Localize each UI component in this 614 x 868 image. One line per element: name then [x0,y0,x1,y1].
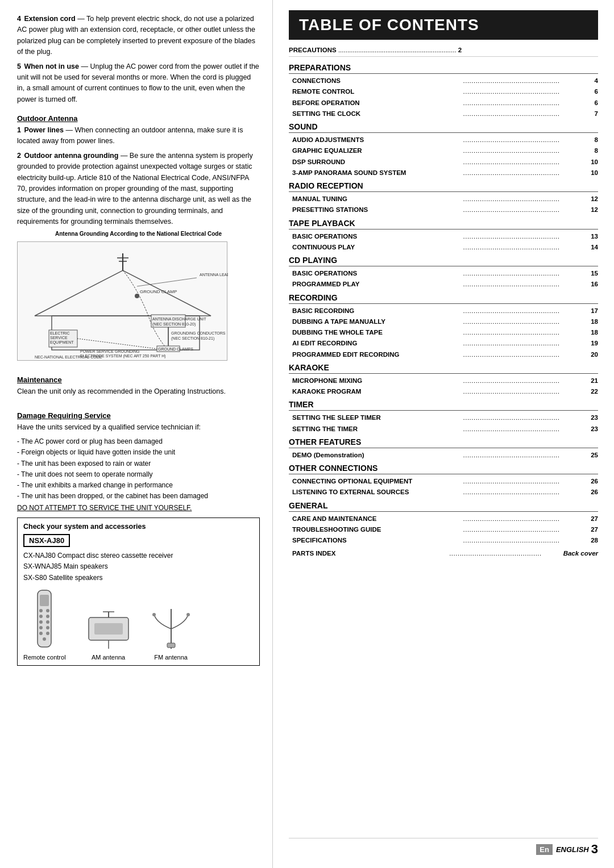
svg-point-37 [43,637,46,641]
acc-item-3: SX-S80 Satellite speakers [23,573,254,583]
toc-entry-3-0: BASIC OPERATIONS........................… [289,231,598,242]
entry-label: SETTING THE CLOCK [292,109,438,119]
precautions-label: PRECAUTIONS [289,47,337,53]
parts-index-label: PARTS INDEX [292,549,428,558]
toc-section-title-7: TIMER [289,400,598,411]
entry-label: MANUAL TUNING [292,194,438,204]
svg-point-32 [46,620,49,624]
svg-point-33 [39,626,43,629]
entry-dots: ........................................… [438,168,584,178]
item-4-num: 4 [17,15,21,23]
entry-page: 8 [584,146,598,156]
entry-dots: ........................................… [438,76,584,86]
entry-page: 10 [584,157,598,167]
toc-section-0: PREPARATIONSCONNECTIONS.................… [289,63,598,119]
entry-dots: ........................................… [438,317,584,327]
svg-point-31 [39,620,43,624]
toc-entry-9-1: LISTENING TO EXTERNAL SOURCES...........… [289,487,598,498]
outdoor-antenna-heading: Outdoor Antenna [17,114,260,123]
outdoor-item-2: 2 Outdoor antenna grounding — Be sure th… [17,151,260,228]
entry-page: 13 [584,232,598,241]
fm-antenna-svg [151,606,191,652]
entry-label: MICROPHONE MIXING [292,376,438,386]
entry-label: LISTENING TO EXTERNAL SOURCES [292,487,438,497]
toc-title: TABLE OF CONTENTS [289,10,598,40]
parts-index-dots: ........................................… [428,549,563,558]
parts-index-section: PARTS INDEX ............................… [289,548,598,559]
damage-item-5: - The unit exhibits a marked change in p… [17,480,260,491]
entry-dots: ........................................… [438,194,584,204]
entry-dots: ........................................… [438,269,584,278]
entry-page: 20 [584,350,598,360]
toc-section-title-5: RECORDING [289,293,598,304]
toc-section-title-4: CD PLAYING [289,256,598,266]
entry-dots: ........................................… [438,87,584,97]
item-5: 5 When not in use — Unplug the AC power … [17,61,260,106]
remote-svg [33,589,56,652]
svg-point-5 [135,294,139,298]
remote-label: Remote control [23,654,66,661]
toc-section-10: GENERALCARE AND MAINTENANCE.............… [289,501,598,546]
toc-section-7: TIMERSETTING THE SLEEP TIMER............… [289,400,598,435]
parts-index-page: Back cover [563,549,598,558]
entry-label: TROUBLESHOOTING GUIDE [292,525,438,535]
damage-list: - The AC power cord or plug has been dam… [17,436,260,502]
toc-section-title-10: GENERAL [289,501,598,512]
entry-dots: ........................................… [438,135,584,145]
precautions-page: 2 [458,47,462,53]
toc-entry-7-1: SETTING THE TIMER.......................… [289,424,598,435]
damage-item-3: - The unit has been exposed to rain or w… [17,458,260,469]
toc-entry-10-2: SPECIFICATIONS..........................… [289,535,598,546]
entry-dots: ........................................… [438,514,584,524]
svg-rect-46 [167,643,175,648]
entry-label: SETTING THE TIMER [292,424,438,434]
damage-section: Damage Requiring Service Have the units … [17,406,260,512]
entry-page: 16 [584,279,598,289]
toc-entry-2-0: MANUAL TUNING...........................… [289,194,598,205]
entry-page: 26 [584,477,598,486]
am-antenna-item: AM antenna [83,606,134,661]
toc-entry-5-4: PROGRAMMED EDIT RECORDING...............… [289,349,598,360]
entry-page: 19 [584,339,598,348]
svg-point-36 [46,632,49,635]
outdoor-2-title: Outdoor antenna grounding [24,152,118,160]
am-antenna-label: AM antenna [92,654,125,661]
entry-dots: ........................................… [438,424,584,434]
toc-section-title-2: RADIO RECEPTION [289,181,598,192]
entry-label: CONNECTIONS [292,76,438,86]
entry-label: CARE AND MAINTENANCE [292,514,438,524]
toc-entry-0-0: CONNECTIONS.............................… [289,76,598,86]
toc-section-8: OTHER FEATURESDEMO (Demonstration)......… [289,437,598,461]
svg-text:GROUNDING CONDUCTORS: GROUNDING CONDUCTORS [171,331,226,335]
english-text: ENGLISH [556,845,589,854]
entry-page: 18 [584,317,598,327]
accessories-heading: Check your system and accessories [23,523,254,531]
toc-section-title-9: OTHER CONNECTIONS [289,464,598,474]
entry-label: AI EDIT RECORDING [292,339,438,348]
page-number: 3 [591,842,598,857]
toc-entry-0-1: REMOTE CONTROL..........................… [289,86,598,97]
entry-dots: ........................................… [438,350,584,360]
toc-section-title-8: OTHER FEATURES [289,437,598,448]
svg-marker-0 [35,270,211,316]
svg-text:ANTENNA LEAD IN WIRE: ANTENNA LEAD IN WIRE [200,273,228,277]
entry-dots: ........................................… [438,387,584,397]
item-4-title: Extension cord [24,15,75,23]
svg-text:GROUND CLAMP: GROUND CLAMP [140,289,177,294]
toc-entry-4-1: PROGRAMMED PLAY.........................… [289,279,598,290]
entry-page: 4 [584,76,598,86]
entry-label: PROGRAMMED PLAY [292,279,438,289]
svg-point-45 [186,613,190,616]
entry-page: 25 [584,450,598,460]
toc-section-title-0: PREPARATIONS [289,63,598,74]
entry-page: 10 [584,168,598,178]
damage-item-2: - Foreign objects or liquid have gotten … [17,447,260,458]
entry-dots: ........................................… [438,157,584,167]
toc-section-3: TAPE PLAYBACKBASIC OPERATIONS...........… [289,219,598,253]
toc-section-6: KARAOKEMICROPHONE MIXING................… [289,363,598,398]
entry-page: 17 [584,306,598,316]
svg-point-35 [39,632,43,635]
item-5-num: 5 [17,62,21,70]
svg-point-34 [46,626,49,629]
outdoor-1-num: 1 [17,126,21,134]
